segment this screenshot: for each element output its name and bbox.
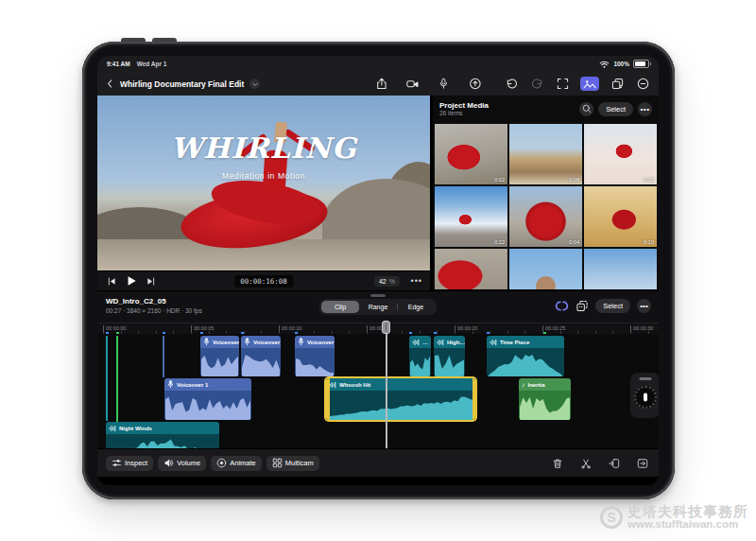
magnetic-timeline-icon[interactable] bbox=[555, 300, 569, 312]
skip-forward-icon[interactable] bbox=[146, 276, 156, 287]
timeline-project-meta: 00:27 · 3840 × 2160 · HDR · 30 fps bbox=[106, 307, 202, 314]
duplicate-icon bbox=[611, 78, 624, 90]
timeline-clip[interactable]: Voiceover 3 bbox=[295, 336, 335, 376]
zoom-level[interactable]: 42% bbox=[374, 276, 400, 287]
clip-name: Whoosh Hit bbox=[339, 382, 370, 388]
media-search-button[interactable] bbox=[579, 102, 593, 116]
redo-button[interactable] bbox=[529, 78, 544, 91]
edit-mode-segmented-control: ClipRangeEdge bbox=[319, 299, 437, 315]
clip-audio-wave-icon bbox=[329, 381, 336, 389]
title-dropdown-button[interactable] bbox=[249, 79, 260, 89]
playhead-handle[interactable] bbox=[382, 321, 390, 334]
media-panel-header: Project Media 26 items Select ••• bbox=[433, 96, 659, 122]
edit-action-icons bbox=[550, 457, 650, 470]
clip-audio-wave-icon bbox=[109, 425, 116, 432]
blade-icon bbox=[580, 458, 592, 469]
media-thumbnail[interactable] bbox=[435, 249, 507, 289]
mode-clip[interactable]: Clip bbox=[321, 301, 359, 313]
timeline-clip[interactable]: Time Piece bbox=[487, 336, 564, 376]
expand-icon bbox=[557, 78, 569, 90]
trash-button[interactable] bbox=[550, 457, 565, 470]
insert-button[interactable] bbox=[607, 457, 622, 470]
camera-button[interactable] bbox=[404, 78, 420, 91]
tool-button-label: Animate bbox=[230, 459, 256, 467]
jog-wheel-dial[interactable] bbox=[634, 386, 657, 409]
timeline-header: WD_Intro_C2_05 00:27 · 3840 × 2160 · HDR… bbox=[97, 291, 659, 323]
timeline-clip[interactable]: … bbox=[409, 336, 431, 376]
media-thumbnail[interactable]: 0:10 bbox=[584, 186, 657, 247]
photo-button[interactable] bbox=[580, 77, 599, 91]
redo-icon bbox=[531, 78, 543, 90]
media-thumbnail[interactable] bbox=[584, 249, 657, 289]
bottom-toolbar: InspectVolumeAnimateMulticam bbox=[97, 448, 659, 477]
multicam-button[interactable]: Multicam bbox=[266, 456, 319, 471]
clip-waveform bbox=[106, 434, 219, 448]
timeline-clip[interactable]: Night Winds bbox=[106, 422, 219, 448]
back-chevron-icon[interactable] bbox=[106, 79, 114, 89]
viewer-more-button[interactable]: ••• bbox=[411, 278, 422, 284]
ruler-label: 00:00:10 bbox=[279, 325, 301, 332]
play-icon[interactable] bbox=[126, 275, 137, 287]
timeline-tracks[interactable]: Voiceover 2Voiceover 2Voiceover 3…High…T… bbox=[97, 334, 659, 448]
timeline-project-name: WD_Intro_C2_05 bbox=[106, 297, 202, 305]
ruler-label: 00:00:05 bbox=[191, 325, 214, 332]
animate-button[interactable]: Animate bbox=[211, 456, 262, 471]
timeline-clip[interactable]: Voiceover 2 bbox=[200, 336, 239, 376]
battery-percent: 100% bbox=[613, 61, 629, 67]
media-panel-title: Project Media bbox=[439, 101, 489, 110]
video-viewer[interactable]: WHIRLING Meditation in Motion bbox=[97, 96, 430, 270]
volume-button[interactable]: Volume bbox=[158, 456, 206, 471]
ruler-label: 00:00:00 bbox=[103, 325, 126, 332]
timeline-more-button[interactable]: ••• bbox=[637, 299, 651, 313]
clip-name: Time Piece bbox=[500, 340, 529, 345]
inspect-button[interactable]: Inspect bbox=[106, 456, 153, 471]
page: 9:41 AM Wed Apr 1 100% Whirling Document… bbox=[0, 0, 756, 541]
jog-wheel-panel[interactable] bbox=[630, 373, 659, 418]
ipad-screen: 9:41 AM Wed Apr 1 100% Whirling Document… bbox=[97, 56, 659, 485]
clip-audio-wave-icon bbox=[412, 339, 420, 346]
collapsed-clip-marker bbox=[106, 336, 108, 421]
zoom-value: 42 bbox=[379, 278, 387, 285]
overwrite-button[interactable] bbox=[635, 457, 650, 470]
project-media-panel: Project Media 26 items Select ••• 0:020:… bbox=[433, 96, 659, 289]
clip-header: Voiceover 2 bbox=[200, 336, 239, 348]
clip-waveform bbox=[326, 391, 475, 420]
tool-buttons: InspectVolumeAnimateMulticam bbox=[106, 456, 319, 471]
undo-button[interactable] bbox=[504, 78, 519, 91]
duplicate-dashed-icon[interactable] bbox=[576, 300, 589, 312]
mic-button[interactable] bbox=[436, 78, 451, 91]
mode-range[interactable]: Range bbox=[359, 301, 397, 313]
timeline-clip[interactable]: ♪Inertia bbox=[519, 378, 571, 420]
watermark-url: www.stufftaiwan.com bbox=[627, 518, 748, 530]
expand-button[interactable] bbox=[555, 78, 570, 91]
timeline-clip[interactable]: Whoosh Hit bbox=[326, 378, 475, 420]
mode-edge[interactable]: Edge bbox=[397, 301, 435, 313]
voiceover-button[interactable] bbox=[467, 78, 482, 91]
transport-bar: 00:00:16:08 42% ••• bbox=[97, 270, 430, 290]
skip-back-icon[interactable] bbox=[107, 276, 117, 287]
share-button[interactable] bbox=[373, 78, 388, 91]
duplicate-button[interactable] bbox=[610, 78, 625, 91]
media-thumbnail[interactable]: 0:02 bbox=[435, 124, 507, 184]
media-thumbnail[interactable]: 0:08 bbox=[509, 124, 582, 184]
clip-waveform bbox=[434, 348, 465, 376]
media-thumbnail[interactable] bbox=[509, 249, 582, 289]
media-thumbnail[interactable]: 0:02 bbox=[584, 124, 657, 184]
timeline-select-button[interactable]: Select bbox=[595, 299, 630, 313]
timecode-display[interactable]: 00:00:16:08 bbox=[234, 275, 293, 288]
timeline-clip[interactable]: Voiceover 1 bbox=[164, 378, 251, 420]
media-thumbnail[interactable]: 0:04 bbox=[509, 186, 582, 247]
more-circle-button[interactable] bbox=[635, 78, 650, 91]
timeline-clip[interactable]: Voiceover 2 bbox=[241, 336, 281, 376]
clip-duration: 0:02 bbox=[494, 177, 505, 183]
blade-button[interactable] bbox=[578, 457, 593, 470]
undo-icon bbox=[506, 78, 518, 90]
search-icon bbox=[582, 104, 592, 113]
media-select-button[interactable]: Select bbox=[598, 102, 633, 116]
media-item-count: 26 items bbox=[439, 110, 489, 116]
clip-duration: 0:08 bbox=[569, 177, 579, 183]
media-more-button[interactable]: ••• bbox=[638, 102, 652, 116]
timeline-clip[interactable]: High… bbox=[434, 336, 465, 376]
ruler-label: 00:00:25 bbox=[542, 325, 565, 332]
media-thumbnail[interactable]: 0:22 bbox=[435, 186, 507, 247]
